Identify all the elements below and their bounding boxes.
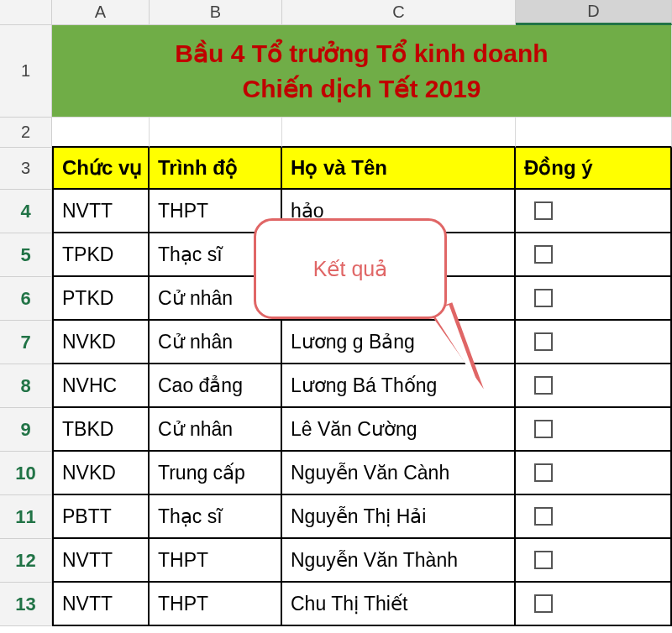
row-header-10[interactable]: 10: [0, 452, 52, 495]
checkbox[interactable]: [534, 289, 553, 307]
title-line-2: Chiến dịch Tết 2019: [242, 71, 480, 107]
row-header-3[interactable]: 3: [0, 148, 52, 190]
checkbox[interactable]: [534, 463, 553, 482]
cell-dongy[interactable]: [516, 233, 672, 277]
row-header-7[interactable]: 7: [0, 321, 52, 364]
table-row: 10NVKDTrung cấpNguyễn Văn Cành: [0, 452, 672, 495]
cell-B2[interactable]: [150, 118, 282, 148]
cell-trinhdo[interactable]: Cao đẳng: [150, 364, 282, 408]
column-header-B[interactable]: B: [150, 0, 282, 25]
checkbox[interactable]: [534, 245, 553, 264]
column-header-A[interactable]: A: [52, 0, 150, 25]
table-row: 9TBKDCử nhânLê Văn Cường: [0, 408, 672, 452]
cell-trinhdo[interactable]: Trung cấp: [150, 452, 282, 495]
cell-dongy[interactable]: [516, 277, 672, 321]
row-header-9[interactable]: 9: [0, 408, 52, 452]
table-row: 7NVKDCử nhânLương g Bảng: [0, 321, 672, 364]
table-row: 13NVTTTHPTChu Thị Thiết: [0, 583, 672, 626]
cell-trinhdo[interactable]: THPT: [150, 583, 282, 626]
row-header-12[interactable]: 12: [0, 539, 52, 583]
cell-hoten[interactable]: Nguyễn Văn Cành: [282, 452, 516, 495]
column-header-C[interactable]: C: [282, 0, 516, 25]
checkbox[interactable]: [534, 376, 553, 395]
cell-chucvu[interactable]: NVTT: [52, 190, 150, 233]
cell-chucvu[interactable]: NVTT: [52, 539, 150, 583]
column-header-row: A B C D: [0, 0, 672, 25]
row-header-13[interactable]: 13: [0, 583, 52, 626]
cell-hoten[interactable]: Chu Thị Thiết: [282, 583, 516, 626]
cell-hoten[interactable]: Nguyễn Văn Thành: [282, 539, 516, 583]
header-chucvu[interactable]: Chức vụ: [52, 148, 150, 190]
cell-trinhdo[interactable]: Cử nhân: [150, 321, 282, 364]
header-trinhdo[interactable]: Trình độ: [150, 148, 282, 190]
select-all-corner[interactable]: [0, 0, 52, 25]
cell-hoten[interactable]: Lê Văn Cường: [282, 408, 516, 452]
cell-chucvu[interactable]: TPKD: [52, 233, 150, 277]
table-row: 8NVHCCao đẳngLương Bá Thống: [0, 364, 672, 408]
row-header-2[interactable]: 2: [0, 118, 52, 148]
checkbox[interactable]: [534, 551, 553, 569]
row-3: 3 Chức vụ Trình độ Họ và Tên Đồng ý: [0, 148, 672, 190]
header-hoten[interactable]: Họ và Tên: [282, 148, 516, 190]
title-line-1: Bầu 4 Tổ trưởng Tổ kinh doanh: [175, 36, 548, 71]
cell-chucvu[interactable]: NVHC: [52, 364, 150, 408]
cell-trinhdo[interactable]: THPT: [150, 539, 282, 583]
cell-D2[interactable]: [516, 118, 672, 148]
cell-chucvu[interactable]: TBKD: [52, 408, 150, 452]
cell-chucvu[interactable]: PBTT: [52, 495, 150, 539]
cell-dongy[interactable]: [516, 583, 672, 626]
row-1: 1 Bầu 4 Tổ trưởng Tổ kinh doanh Chiến dị…: [0, 25, 672, 118]
checkbox[interactable]: [534, 507, 553, 526]
row-header-1[interactable]: 1: [0, 25, 52, 118]
callout-shape[interactable]: Kết quả: [254, 218, 447, 319]
cell-dongy[interactable]: [516, 452, 672, 495]
row-header-6[interactable]: 6: [0, 277, 52, 321]
cell-dongy[interactable]: [516, 190, 672, 233]
header-dongy[interactable]: Đồng ý: [516, 148, 672, 190]
cell-C2[interactable]: [282, 118, 516, 148]
cell-chucvu[interactable]: PTKD: [52, 277, 150, 321]
checkbox[interactable]: [534, 594, 553, 613]
title-cell[interactable]: Bầu 4 Tổ trưởng Tổ kinh doanh Chiến dịch…: [52, 25, 672, 118]
cell-dongy[interactable]: [516, 321, 672, 364]
row-header-11[interactable]: 11: [0, 495, 52, 539]
cell-dongy[interactable]: [516, 539, 672, 583]
cell-chucvu[interactable]: NVKD: [52, 452, 150, 495]
cell-chucvu[interactable]: NVTT: [52, 583, 150, 626]
row-header-8[interactable]: 8: [0, 364, 52, 408]
table-row: 11PBTTThạc sĩNguyễn Thị Hải: [0, 495, 672, 539]
row-header-4[interactable]: 4: [0, 190, 52, 233]
cell-A2[interactable]: [52, 118, 150, 148]
checkbox[interactable]: [534, 332, 553, 351]
table-row: 12NVTTTHPTNguyễn Văn Thành: [0, 539, 672, 583]
cell-dongy[interactable]: [516, 495, 672, 539]
checkbox[interactable]: [534, 420, 553, 438]
callout-text: Kết quả: [313, 257, 387, 281]
cell-trinhdo[interactable]: Cử nhân: [150, 408, 282, 452]
row-2: 2: [0, 118, 672, 148]
row-header-5[interactable]: 5: [0, 233, 52, 277]
cell-chucvu[interactable]: NVKD: [52, 321, 150, 364]
column-header-D[interactable]: D: [516, 0, 672, 25]
cell-hoten[interactable]: Lương g Bảng: [282, 321, 516, 364]
cell-trinhdo[interactable]: Thạc sĩ: [150, 495, 282, 539]
cell-dongy[interactable]: [516, 408, 672, 452]
cell-dongy[interactable]: [516, 364, 672, 408]
checkbox[interactable]: [534, 201, 553, 220]
cell-hoten[interactable]: Nguyễn Thị Hải: [282, 495, 516, 539]
